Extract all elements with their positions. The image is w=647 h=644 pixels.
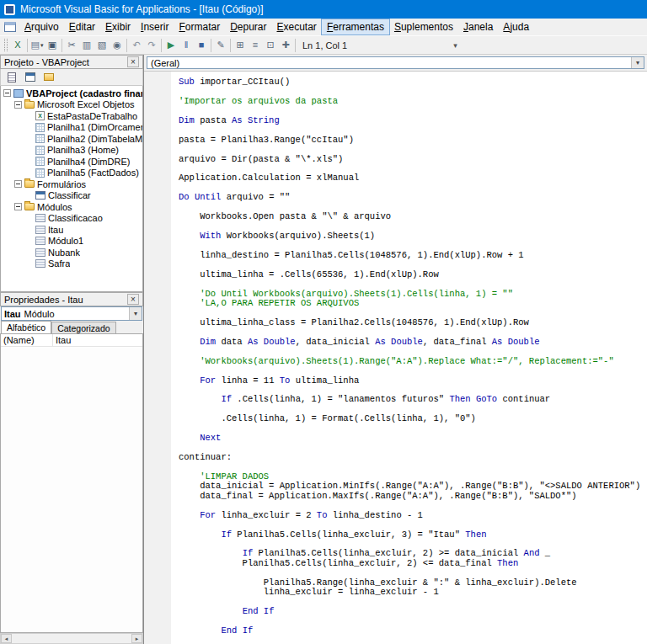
toggle-folders-button[interactable] [41,71,56,84]
code-line[interactable]: Workbooks.Open pasta & "\" & arquivo [179,212,647,221]
code-editor[interactable]: Sub importar_CCItau() 'Importar os arqui… [144,72,647,644]
insert-userform-button[interactable]: ▤▾ [29,38,45,53]
code-line[interactable]: With Workbooks(arquivo).Sheets(1) [179,232,647,241]
property-row[interactable]: (Name)Itau [1,334,142,347]
view-code-button[interactable] [4,71,19,84]
break-button[interactable]: ‖ [179,38,194,53]
object-browser-button[interactable]: ⊡ [263,38,278,53]
menu-editar[interactable]: Editar [64,19,100,35]
code-line[interactable]: 'Importar os arquivos da pasta [179,97,647,106]
code-text[interactable]: Sub importar_CCItau() 'Importar os arqui… [171,72,647,644]
tree-item-vbaproject-cadastro-financas-v[interactable]: VBAProject (cadastro financas v [1,88,142,99]
code-line[interactable]: 'Workbooks(arquivo).Sheets(1).Range("A:A… [179,357,647,366]
properties-close-icon[interactable]: × [127,294,139,305]
menu-formatar[interactable]: Formatar [174,19,225,35]
tab-alfabetico[interactable]: Alfabético [1,321,51,333]
chevron-down-icon[interactable]: ▾ [631,57,644,68]
code-line[interactable]: ultima_linha = .Cells(65536, 1).End(xlUp… [179,270,647,279]
code-line[interactable]: Next [179,434,647,443]
code-line[interactable]: data_final = Application.MaxIfs(.Range("… [179,492,647,501]
tree-item-nubank[interactable]: Nubank [1,247,142,258]
scroll-left-icon[interactable]: ◂ [1,634,12,643]
tree-item-classificacao[interactable]: Classificacao [1,213,142,225]
tree-item-safra[interactable]: Safra [1,258,142,270]
run-sub-icon: ▶ [168,40,174,50]
code-line[interactable]: 'LA,O PARA REPETIR OS ARQUIVOS [179,299,647,308]
tree-item-estapastadetrabalho[interactable]: EstaPastaDeTrabalho [1,110,142,122]
collapse-icon[interactable] [14,180,22,188]
properties-window-button[interactable]: ≡ [248,38,263,53]
code-line[interactable]: Sub importar_CCItau() [179,77,647,87]
code-line[interactable]: continuar: [179,453,647,462]
tree-item-microsoft-excel-objetos[interactable]: Microsoft Excel Objetos [1,99,142,111]
undo-button[interactable]: ↶ [129,38,144,53]
toolbar-grip[interactable] [4,39,8,51]
menu-suplementos[interactable]: Suplementos [389,19,458,35]
code-line[interactable]: Planilha5.Cells(linha_excluir, 2) <= dat… [179,559,647,568]
code-line[interactable]: If Planilha5.Cells(linha_excluir, 3) = "… [179,530,647,540]
save-button[interactable]: ▣ [45,38,60,53]
project-explorer-button[interactable]: ⊞ [233,38,248,53]
code-line[interactable]: If .Cells(linha, 1) = "lanamentos futuro… [179,395,647,404]
tree-item-formularios[interactable]: Formulários [1,178,142,190]
code-window-icon[interactable] [4,22,16,32]
menu-executar[interactable]: Executar [272,19,322,35]
code-line[interactable]: Application.Calculation = xlManual [179,173,647,183]
tree-item-planilha5-factdados[interactable]: Planilha5 (FactDados) [1,168,142,179]
tree-item-modulos[interactable]: Módulos [1,201,142,213]
menu-ferramentas[interactable]: Ferramentas [322,19,389,35]
tree-item-itau[interactable]: Itau [1,224,142,236]
collapse-icon[interactable] [14,101,22,109]
tree-item-planilha1-dimorcamento[interactable]: Planilha1 (DimOrcamento) [1,122,142,134]
code-line[interactable]: linha_excluir = linha_excluir - 1 [179,588,647,597]
cut-button[interactable]: ✂ [64,38,79,53]
scrollbar-track[interactable] [12,634,131,643]
menu-inserir[interactable]: Inserir [136,19,174,35]
code-line[interactable] [179,444,647,453]
toolbar-options-icon[interactable]: ▾ [453,38,457,53]
view-object-button[interactable] [23,71,38,84]
code-line[interactable] [179,424,647,434]
tree-item-planilha2-dimtabelamapean[interactable]: Planilha2 (DimTabelaMapean [1,133,142,145]
horizontal-scrollbar[interactable]: ◂ ▸ [0,633,143,644]
code-line[interactable]: ultima_linha_class = Planilha2.Cells(104… [179,318,647,327]
redo-button[interactable]: ↷ [144,38,159,53]
find-button[interactable]: ◉ [110,38,125,53]
code-line[interactable]: Do Until arquivo = "" [179,193,647,202]
chevron-down-icon[interactable]: ▾ [129,307,142,320]
tree-item-modulo1[interactable]: Módulo1 [1,236,142,247]
code-line[interactable]: End If [179,607,647,616]
menu-janela[interactable]: Janela [458,19,498,35]
code-line[interactable]: For linha_excluir = 2 To linha_destino -… [179,511,647,520]
code-line[interactable]: pasta = Planilha3.Range("ccItau") [179,136,647,145]
property-value[interactable]: Itau [53,334,142,346]
menu-depurar[interactable]: Depurar [225,19,271,35]
code-line[interactable]: Dim data As Double, data_inicial As Doub… [179,338,647,347]
collapse-icon[interactable] [3,89,11,97]
general-dropdown[interactable]: (Geral) ▾ [147,56,644,69]
view-microsoft-excel-button[interactable]: X [10,38,25,53]
tree-item-planilha3-home[interactable]: Planilha3 (Home) [1,145,142,157]
copy-button[interactable]: ▥ [79,38,94,53]
code-line[interactable]: Dim pasta As String [179,116,647,125]
paste-button[interactable]: ▧ [94,38,110,53]
reset-button[interactable]: ■ [194,38,209,53]
code-line[interactable]: End If [179,626,647,636]
design-mode-button[interactable]: ✎ [213,38,228,53]
toolbox-button[interactable]: ✚ [278,38,293,53]
tree-item-planilha4-dimdre[interactable]: Planilha4 (DimDRE) [1,156,142,168]
collapse-icon[interactable] [14,203,22,210]
run-sub-button[interactable]: ▶ [163,38,179,53]
menu-arquivo[interactable]: Arquivo [19,19,64,35]
scroll-right-icon[interactable]: ▸ [131,634,142,643]
tree-item-classificar[interactable]: Classificar [1,190,142,202]
menu-exibir[interactable]: Exibir [100,19,136,35]
tab-categorizado[interactable]: Categorizado [51,322,115,333]
code-line[interactable]: .Cells(linha, 1) = Format(.Cells(linha, … [179,414,647,423]
code-line[interactable]: For linha = 11 To ultima_linha [179,376,647,386]
code-line[interactable]: arquivo = Dir(pasta & "\*.xls") [179,155,647,164]
menu-ajuda[interactable]: Ajuda [498,19,534,35]
project-close-icon[interactable]: × [127,56,139,67]
code-line[interactable]: linha_destino = Planilha5.Cells(1048576,… [179,251,647,260]
object-dropdown[interactable]: Itau Módulo ▾ [1,306,142,321]
